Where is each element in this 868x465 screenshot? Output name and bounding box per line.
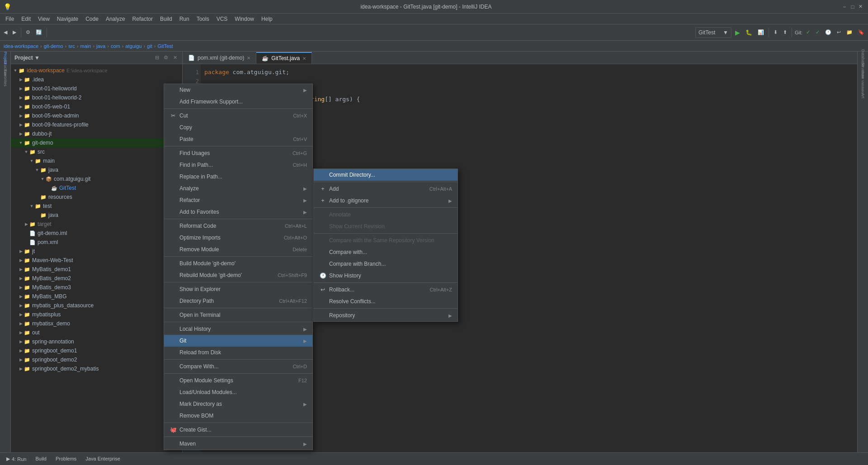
- menu-edit[interactable]: Edit: [18, 15, 34, 23]
- bottom-tab-run[interactable]: ▶ 4: Run: [2, 454, 31, 464]
- ctx-open-terminal[interactable]: Open in Terminal: [164, 309, 312, 321]
- debug-button[interactable]: 🐛: [744, 27, 754, 38]
- menu-help[interactable]: Help: [258, 15, 276, 23]
- tree-com-atguigu-git[interactable]: ▼ 📦 com.atguigu.git: [11, 174, 182, 183]
- back-button[interactable]: ◀: [2, 27, 9, 38]
- right-sidebar-database[interactable]: Database: [859, 53, 868, 62]
- tree-boot05-web-admin[interactable]: ▶ 📁 boot-05-web-admin: [11, 111, 182, 120]
- menu-analyze[interactable]: Analyze: [102, 15, 129, 23]
- ctx-compare-with[interactable]: Compare With... Ctrl+D: [164, 361, 312, 372]
- menu-code[interactable]: Code: [82, 15, 102, 23]
- tab-pom-xml[interactable]: 📄 pom.xml (git-demo) ✕: [183, 52, 256, 64]
- git-rollback[interactable]: ↩: [835, 27, 843, 38]
- close-button[interactable]: ✕: [857, 3, 864, 10]
- tree-jt[interactable]: ▶ 📁 jt: [11, 247, 182, 256]
- tree-test[interactable]: ▼ 📁 test: [11, 202, 182, 211]
- tree-resources[interactable]: 📁 resources: [11, 193, 182, 202]
- tree-boot01[interactable]: ▶ 📁 boot-01-helloworld: [11, 84, 182, 93]
- coverage-button[interactable]: 📊: [756, 27, 766, 38]
- menu-navigate[interactable]: Navigate: [53, 15, 82, 23]
- git-commit-directory[interactable]: Commit Directory...: [314, 169, 458, 181]
- tab-gittest[interactable]: ☕ GitTest.java ✕: [256, 52, 312, 64]
- tree-target[interactable]: ▶ 📁 target: [11, 220, 182, 229]
- tree-mybatis-plus-ds[interactable]: ▶ 📁 mybatis_plus_datasource: [11, 301, 182, 310]
- ctx-find-in-path[interactable]: Find in Path... Ctrl+H: [164, 159, 312, 171]
- panel-settings[interactable]: ⚙: [162, 54, 170, 61]
- git-vcs[interactable]: 📁: [844, 27, 854, 38]
- ctx-maven[interactable]: Maven ▶: [164, 438, 312, 450]
- breadcrumb-src[interactable]: src: [68, 43, 75, 49]
- tree-pom-xml[interactable]: 📄 pom.xml: [11, 238, 182, 247]
- toolbar-settings[interactable]: ⚙: [24, 27, 32, 38]
- git-add-to-gitignore[interactable]: + Add to .gitignore ▶: [314, 195, 458, 207]
- tree-mybatis2[interactable]: ▶ 📁 MyBatis_demo2: [11, 274, 182, 283]
- breadcrumb-main[interactable]: main: [80, 43, 91, 49]
- ctx-local-history[interactable]: Local History ▶: [164, 323, 312, 335]
- git-rollback[interactable]: ↩ Rollback... Ctrl+Alt+Z: [314, 284, 458, 296]
- tree-springboot1[interactable]: ▶ 📁 springboot_demo1: [11, 346, 182, 355]
- tree-boot09[interactable]: ▶ 📁 boot-09-features-profile: [11, 120, 182, 129]
- menu-file[interactable]: File: [2, 15, 18, 23]
- tree-spring-annotation[interactable]: ▶ 📁 spring-annotation: [11, 337, 182, 346]
- git-repository[interactable]: Repository ▶: [314, 310, 458, 321]
- bottom-tab-java-enterprise[interactable]: Java Enterprise: [81, 454, 124, 464]
- menu-tools[interactable]: Tools: [193, 15, 213, 23]
- tab-close-pom[interactable]: ✕: [247, 56, 250, 61]
- tree-mybatis3[interactable]: ▶ 📁 MyBatis_demo3: [11, 283, 182, 292]
- ctx-find-usages[interactable]: Find Usages Ctrl+G: [164, 147, 312, 159]
- bottom-tab-problems[interactable]: Problems: [51, 454, 81, 464]
- tree-mybatis1[interactable]: ▶ 📁 MyBatis_demo1: [11, 265, 182, 274]
- tree-springboot2[interactable]: ▶ 📁 springboot_demo2: [11, 355, 182, 364]
- git-check[interactable]: ✓: [804, 27, 812, 38]
- git-compare-with[interactable]: Compare with...: [314, 246, 458, 258]
- git-add[interactable]: + Add Ctrl+Alt+A: [314, 183, 458, 195]
- sidebar-favorites-icon[interactable]: Favorites: [1, 73, 10, 82]
- tree-idea-workspace[interactable]: ▼ 📁 idea-workspace E:\idea-workspace: [11, 66, 182, 75]
- breadcrumb-git[interactable]: git: [147, 43, 152, 49]
- tree-maven-web-test[interactable]: ▶ 📁 Maven-Web-Test: [11, 256, 182, 265]
- menu-window[interactable]: Window: [231, 15, 258, 23]
- tree-mybatis-mbg[interactable]: ▶ 📁 MyBatis_MBG: [11, 292, 182, 301]
- ctx-create-gist[interactable]: 🐙 Create Gist...: [164, 424, 312, 436]
- ctx-build-module[interactable]: Build Module 'git-demo': [164, 258, 312, 269]
- tree-git-demo[interactable]: ▼ 📁 git-demo: [11, 138, 182, 147]
- right-sidebar-bean[interactable]: Bean Validation: [859, 79, 868, 88]
- tree-gittest[interactable]: ☕ GitTest: [11, 183, 182, 193]
- menu-refactor[interactable]: Refactor: [129, 15, 156, 23]
- ctx-git[interactable]: Git ▶: [164, 335, 312, 347]
- git-show-history[interactable]: 🕐 Show History: [314, 270, 458, 282]
- tree-springboot2-mybatis[interactable]: ▶ 📁 springboot_demo2_mybatis: [11, 364, 182, 373]
- breadcrumb-workspace[interactable]: idea-workspace: [4, 43, 38, 49]
- git-compare-with-branch[interactable]: Compare with Branch...: [314, 258, 458, 270]
- ctx-optimize-imports[interactable]: Optimize Imports Ctrl+Alt+O: [164, 232, 312, 244]
- breadcrumb-java[interactable]: java: [96, 43, 105, 49]
- breadcrumb-com[interactable]: com: [111, 43, 120, 49]
- git-history[interactable]: 🕐: [823, 27, 833, 38]
- bottom-tab-build[interactable]: Build: [31, 454, 51, 464]
- ctx-open-module-settings[interactable]: Open Module Settings F12: [164, 375, 312, 386]
- tree-out[interactable]: ▶ 📁 out: [11, 328, 182, 337]
- ctx-remove-bom[interactable]: Remove BOM: [164, 410, 312, 422]
- ctx-add-to-favorites[interactable]: Add to Favorites ▶: [164, 206, 312, 218]
- ctx-analyze[interactable]: Analyze ▶: [164, 183, 312, 194]
- ctx-refactor[interactable]: Refactor ▶: [164, 194, 312, 206]
- ctx-copy[interactable]: Copy: [164, 122, 312, 133]
- git-resolve-conflicts[interactable]: Resolve Conflicts...: [314, 296, 458, 307]
- panel-collapse-all[interactable]: ⊟: [153, 54, 160, 61]
- ctx-reformat-code[interactable]: Reformat Code Ctrl+Alt+L: [164, 220, 312, 232]
- menu-view[interactable]: View: [34, 15, 53, 23]
- forward-button[interactable]: ▶: [11, 27, 18, 38]
- tree-dubbo-jt[interactable]: ▶ 📁 dubbo-jt: [11, 129, 182, 138]
- toolbar-sync[interactable]: 🔄: [34, 27, 44, 38]
- ctx-directory-path[interactable]: Directory Path Ctrl+Alt+F12: [164, 295, 312, 307]
- menu-vcs[interactable]: VCS: [213, 15, 231, 23]
- tree-src[interactable]: ▼ 📁 src: [11, 147, 182, 156]
- ctx-mark-directory[interactable]: Mark Directory as ▶: [164, 398, 312, 410]
- git-update[interactable]: ⬇: [772, 27, 779, 38]
- tree-mybatisx[interactable]: ▶ 📁 mybatisx_demo: [11, 319, 182, 328]
- tree-boot05-web-01[interactable]: ▶ 📁 boot-05-web-01: [11, 102, 182, 111]
- right-sidebar-art[interactable]: Art: [859, 91, 868, 100]
- breadcrumb-gittest[interactable]: GitTest: [157, 43, 173, 49]
- tree-idea[interactable]: ▶ 📁 .idea: [11, 75, 182, 84]
- ctx-add-framework[interactable]: Add Framework Support...: [164, 96, 312, 108]
